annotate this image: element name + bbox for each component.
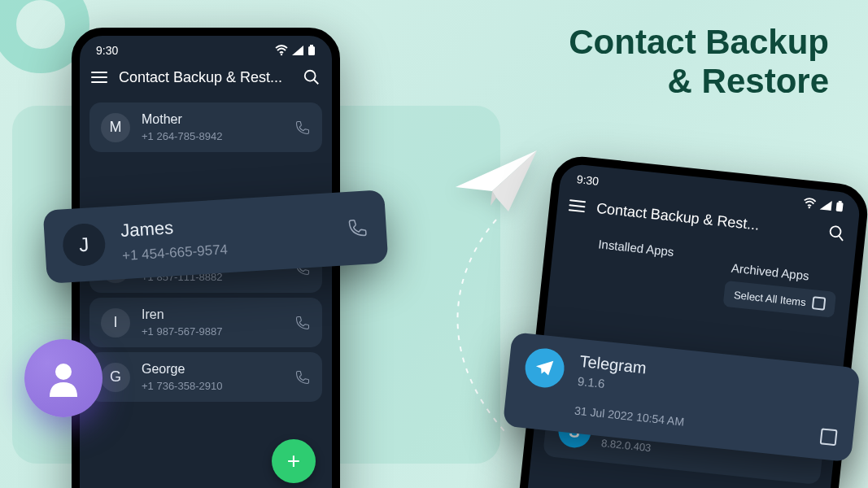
person-icon [43,358,84,399]
contact-name: Iren [142,307,283,322]
status-bar: 9:30 [80,36,332,60]
promo-line-1: Contact Backup [569,23,829,62]
svg-marker-4 [292,46,303,55]
svg-point-3 [281,54,282,55]
svg-rect-12 [836,203,844,212]
checkbox-icon[interactable] [820,428,838,446]
svg-rect-13 [839,201,842,203]
contact-name: Mother [142,112,283,127]
paper-plane-icon [451,142,541,216]
call-icon[interactable] [347,217,369,240]
battery-icon [308,45,316,56]
promo-title: Contact Backup & Restore [569,23,829,102]
signal-icon [291,45,304,56]
contact-phone: +1 736-358-2910 [142,380,283,392]
checkbox-icon [812,296,827,311]
search-icon[interactable] [303,68,321,86]
contact-info: George +1 736-358-2910 [142,362,283,392]
add-contact-fab[interactable]: + [272,439,316,483]
contact-row[interactable]: G George +1 736-358-2910 [89,352,322,402]
menu-button[interactable] [91,72,107,83]
app-title: Contact Backup & Rest... [119,69,291,86]
status-icons [803,197,844,212]
call-icon[interactable] [294,369,311,386]
avatar: I [101,308,130,338]
svg-point-7 [305,71,316,81]
svg-rect-5 [308,46,315,55]
contact-row[interactable]: M Mother +1 264-785-8942 [89,102,322,152]
battery-icon [835,200,844,212]
avatar: M [101,113,130,142]
svg-line-15 [839,236,844,241]
avatar: J [62,222,107,267]
wifi-icon [803,197,817,210]
call-icon[interactable] [294,315,311,331]
svg-marker-11 [820,199,832,210]
signal-icon [819,198,833,211]
contact-name: George [142,362,283,377]
select-all-label: Select All Items [733,289,806,308]
svg-point-9 [55,364,72,380]
contact-phone: +1 987-567-9887 [142,325,283,338]
contacts-badge [24,339,103,417]
status-time: 9:30 [576,172,600,188]
search-icon[interactable] [827,224,847,243]
contact-row[interactable]: I Iren +1 987-567-9887 [89,298,322,347]
svg-point-10 [808,207,810,209]
promo-line-2: & Restore [569,62,829,101]
contact-info: Mother +1 264-785-8942 [142,112,283,142]
contact-phone: +1 264-785-8942 [142,130,283,142]
status-time: 9:30 [96,44,118,57]
svg-rect-6 [310,45,313,46]
telegram-icon [523,346,566,390]
contact-info: James +1 454-665-9574 [120,207,333,264]
status-icons [275,45,316,56]
avatar: G [101,363,130,392]
app-info: Telegram 9.1.6 [577,352,843,416]
app-header: Contact Backup & Rest... [80,60,332,98]
svg-line-8 [314,80,319,85]
app-date: 31 Jul 2022 10:54 AM [574,404,684,429]
menu-button[interactable] [569,199,586,212]
call-icon[interactable] [294,120,311,136]
contact-info: Iren +1 987-567-9887 [142,307,283,338]
wifi-icon [275,45,288,56]
